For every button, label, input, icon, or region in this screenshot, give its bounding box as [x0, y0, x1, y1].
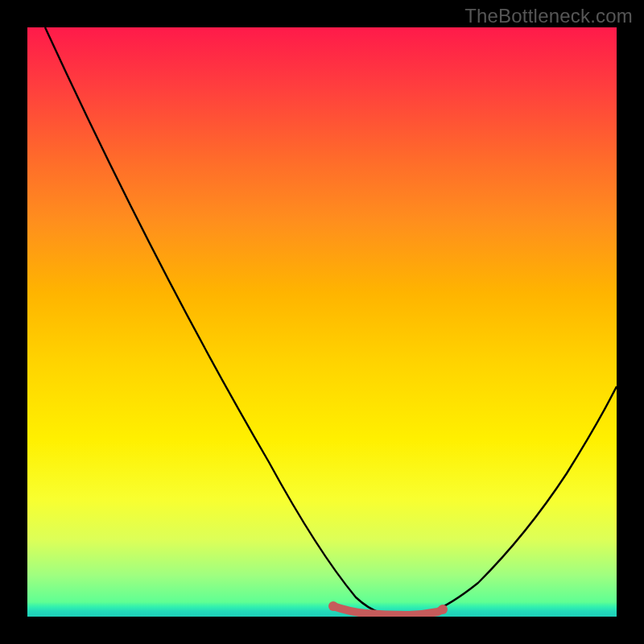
curve-left [45, 27, 380, 613]
flat-segment-start-dot [328, 601, 338, 611]
curve-overlay [27, 27, 617, 617]
flat-segment-end-dot [438, 605, 448, 614]
curve-right [430, 386, 617, 613]
flat-optimal-segment [333, 606, 443, 615]
plot-area [27, 27, 617, 617]
chart-canvas: TheBottleneck.com [0, 0, 644, 644]
watermark-label: TheBottleneck.com [464, 5, 633, 27]
